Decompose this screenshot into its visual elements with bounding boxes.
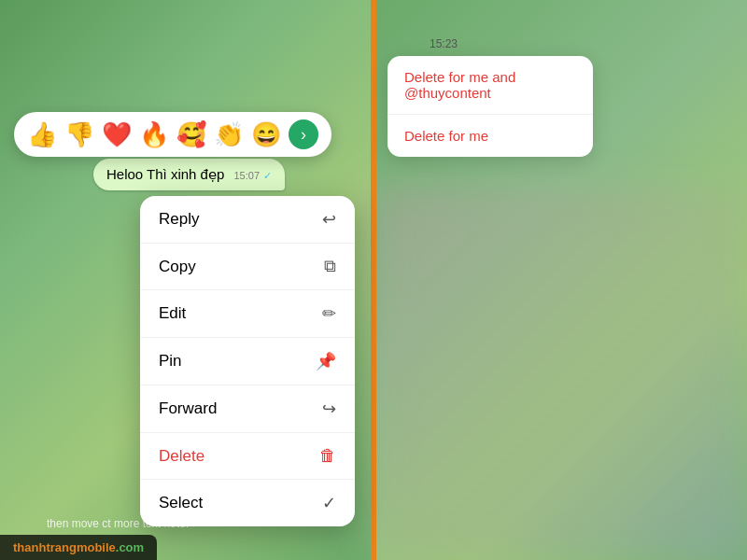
menu-select-label: Select	[159, 494, 203, 512]
delete-popup: Delete for me and @thuycontent Delete fo…	[388, 56, 593, 157]
timestamp-text: 15:23	[430, 37, 458, 50]
menu-edit-label: Edit	[159, 304, 186, 323]
menu-item-copy[interactable]: Copy ⧉	[140, 244, 355, 290]
menu-item-delete[interactable]: Delete 🗑	[140, 433, 355, 480]
orange-divider	[371, 0, 376, 560]
emoji-clap[interactable]: 👏	[214, 120, 244, 149]
delete-option-2-text: Delete for me	[404, 128, 488, 144]
delete-icon: 🗑	[319, 446, 336, 466]
emoji-more-button[interactable]: ›	[289, 119, 318, 149]
menu-copy-label: Copy	[159, 258, 196, 276]
copy-icon: ⧉	[324, 257, 336, 276]
delete-option-1-text: Delete for me and @thuycontent	[404, 69, 515, 101]
emoji-thumbsup[interactable]: 👍	[27, 120, 57, 149]
message-text: Heloo Thì xinh đẹp	[106, 166, 224, 182]
emoji-fire[interactable]: 🔥	[139, 120, 169, 149]
forward-icon: ↪	[322, 399, 336, 419]
reply-icon: ↩	[322, 209, 336, 230]
pin-icon: 📌	[316, 351, 336, 371]
emoji-smiling[interactable]: 🥰	[176, 120, 206, 149]
menu-item-reply[interactable]: Reply ↩	[140, 196, 355, 244]
message-bubble: Heloo Thì xinh đẹp 15:07 ✓	[93, 159, 285, 190]
right-blur-image	[374, 187, 747, 560]
menu-delete-label: Delete	[159, 447, 204, 466]
watermark-suffix: .com	[116, 540, 144, 554]
menu-item-edit[interactable]: Edit ✏	[140, 290, 355, 338]
menu-reply-label: Reply	[159, 210, 199, 229]
watermark-brand: thanhtrangmobile	[13, 540, 116, 554]
menu-item-forward[interactable]: Forward ↪	[140, 385, 355, 433]
menu-pin-label: Pin	[159, 352, 182, 371]
emoji-reaction-bar: 👍 👎 ❤️ 🔥 🥰 👏 😄 ›	[14, 112, 331, 157]
menu-forward-label: Forward	[159, 399, 217, 418]
context-menu: Reply ↩ Copy ⧉ Edit ✏ Pin 📌 Forward ↪ De…	[140, 196, 355, 526]
watermark: thanhtrangmobile.com	[0, 535, 157, 560]
right-timestamp: 15:23	[430, 37, 458, 50]
message-tick: ✓	[263, 170, 272, 181]
menu-item-select[interactable]: Select ✓	[140, 480, 355, 526]
menu-item-pin[interactable]: Pin 📌	[140, 338, 355, 385]
select-icon: ✓	[322, 493, 336, 513]
emoji-grin[interactable]: 😄	[251, 120, 281, 149]
emoji-thumbsdown[interactable]: 👎	[64, 120, 94, 149]
edit-icon: ✏	[322, 303, 336, 324]
emoji-heart[interactable]: ❤️	[102, 120, 132, 149]
delete-for-me-and-others[interactable]: Delete for me and @thuycontent	[388, 56, 593, 115]
message-time: 15:07	[233, 170, 260, 181]
delete-for-me[interactable]: Delete for me	[388, 115, 593, 157]
